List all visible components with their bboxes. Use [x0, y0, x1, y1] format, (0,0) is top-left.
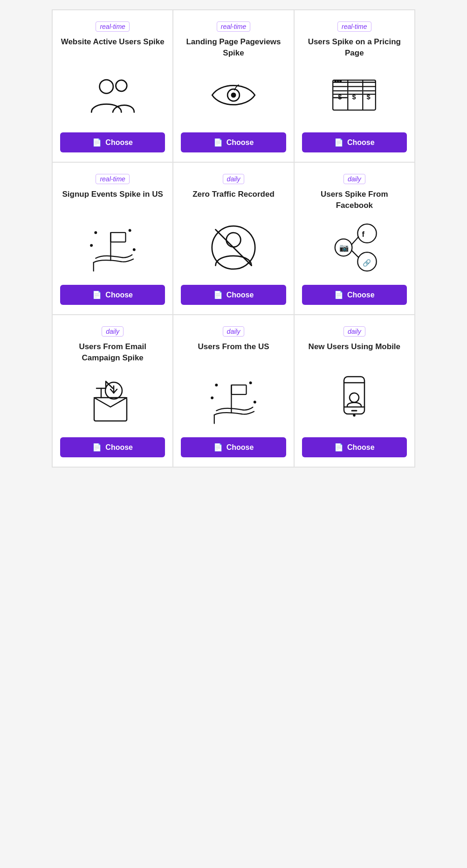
choose-button-users-from-email-campaign-spike[interactable]: 📄 Choose	[60, 437, 165, 457]
svg-point-0	[99, 80, 113, 93]
svg-text:🔗: 🔗	[363, 259, 372, 268]
icon-area-users-from-us	[203, 372, 264, 428]
badge-website-active-users-spike: real-time	[96, 21, 129, 32]
card-title-users-from-us: Users From the US	[198, 341, 269, 365]
choose-button-zero-traffic-recorded[interactable]: 📄 Choose	[181, 285, 286, 305]
choose-label-users-spike-facebook: Choose	[347, 291, 375, 299]
badge-users-from-us: daily	[223, 326, 245, 337]
card-website-active-users-spike: real-time Website Active Users Spike 📄 C…	[52, 10, 173, 162]
svg-point-48	[215, 384, 217, 386]
card-users-from-us: daily Users From the US 📄 Choose	[173, 315, 294, 467]
svg-rect-40	[94, 398, 127, 421]
svg-line-38	[352, 237, 359, 244]
svg-point-8	[337, 80, 339, 82]
card-users-from-email-campaign-spike: daily Users From Email Campaign Spike 📄 …	[52, 315, 173, 467]
choose-button-new-users-mobile[interactable]: 📄 Choose	[302, 437, 407, 457]
choose-label-users-from-email-campaign-spike: Choose	[105, 443, 133, 452]
card-title-signup-events-spike-us: Signup Events Spike in US	[62, 189, 163, 212]
svg-point-34	[358, 224, 377, 243]
doc-icon-zero-traffic-recorded: 📄	[213, 290, 223, 299]
choose-label-new-users-mobile: Choose	[347, 443, 375, 452]
choose-button-landing-page-pageviews-spike[interactable]: 📄 Choose	[181, 132, 286, 152]
card-users-spike-facebook: daily Users Spike From Facebook 📷 f 🔗 📄 …	[294, 162, 415, 315]
choose-label-zero-traffic-recorded: Choose	[227, 291, 254, 299]
card-landing-page-pageviews-spike: real-time Landing Page Pageviews Spike 📄…	[173, 10, 294, 162]
svg-text:📷: 📷	[339, 243, 349, 253]
doc-icon-website-active-users-spike: 📄	[92, 138, 102, 147]
svg-point-1	[116, 80, 127, 91]
card-signup-events-spike-us: real-time Signup Events Spike in US 📄 Ch…	[52, 162, 173, 315]
svg-point-27	[90, 245, 92, 247]
svg-rect-46	[231, 385, 246, 394]
svg-point-26	[129, 230, 130, 232]
choose-button-website-active-users-spike[interactable]: 📄 Choose	[60, 132, 165, 152]
card-users-spike-pricing-page: real-time Users Spike on a Pricing Page …	[294, 10, 415, 162]
svg-point-9	[340, 80, 342, 82]
svg-text:f: f	[362, 230, 365, 238]
choose-button-users-spike-facebook[interactable]: 📄 Choose	[302, 285, 407, 305]
choose-label-users-from-us: Choose	[227, 443, 254, 452]
svg-point-25	[95, 232, 96, 234]
choose-label-signup-events-spike-us: Choose	[105, 291, 133, 299]
icon-area-zero-traffic-recorded	[203, 220, 264, 276]
badge-zero-traffic-recorded: daily	[223, 174, 245, 184]
icon-area-signup-events-spike-us	[82, 220, 143, 276]
icon-area-new-users-mobile	[324, 372, 385, 428]
svg-point-7	[335, 80, 337, 82]
card-zero-traffic-recorded: daily Zero Traffic Recorded 📄 Choose	[173, 162, 294, 315]
svg-line-31	[215, 230, 251, 266]
doc-icon-users-from-email-campaign-spike: 📄	[92, 443, 102, 452]
card-title-users-spike-facebook: Users Spike From Facebook	[302, 189, 407, 212]
svg-point-57	[350, 393, 359, 402]
doc-icon-signup-events-spike-us: 📄	[92, 290, 102, 299]
card-new-users-mobile: daily New Users Using Mobile 📄 Choose	[294, 315, 415, 467]
card-title-new-users-mobile: New Users Using Mobile	[309, 341, 400, 365]
icon-area-users-from-email-campaign-spike	[82, 372, 143, 428]
card-grid: real-time Website Active Users Spike 📄 C…	[52, 9, 415, 468]
svg-point-51	[254, 401, 256, 403]
icon-area-landing-page-pageviews-spike	[203, 67, 264, 123]
badge-new-users-mobile: daily	[343, 326, 365, 337]
svg-point-28	[133, 249, 135, 251]
svg-point-50	[211, 397, 213, 399]
svg-point-3	[231, 93, 236, 98]
choose-label-landing-page-pageviews-spike: Choose	[227, 138, 254, 147]
choose-label-users-spike-pricing-page: Choose	[347, 138, 375, 147]
badge-users-spike-facebook: daily	[343, 174, 365, 184]
badge-users-from-email-campaign-spike: daily	[102, 326, 124, 337]
card-title-landing-page-pageviews-spike: Landing Page Pageviews Spike	[181, 36, 286, 60]
doc-icon-users-spike-pricing-page: 📄	[334, 138, 343, 147]
choose-button-signup-events-spike-us[interactable]: 📄 Choose	[60, 285, 165, 305]
badge-signup-events-spike-us: real-time	[96, 174, 129, 184]
icon-area-users-spike-pricing-page: $ $ $	[324, 67, 385, 123]
doc-icon-new-users-mobile: 📄	[334, 443, 343, 452]
badge-users-spike-pricing-page: real-time	[337, 21, 371, 32]
doc-icon-users-spike-facebook: 📄	[334, 290, 343, 299]
card-title-website-active-users-spike: Website Active Users Spike	[61, 36, 165, 60]
svg-point-56	[354, 415, 355, 416]
doc-icon-landing-page-pageviews-spike: 📄	[213, 138, 223, 147]
badge-landing-page-pageviews-spike: real-time	[217, 21, 250, 32]
svg-point-30	[227, 233, 241, 247]
card-title-users-spike-pricing-page: Users Spike on a Pricing Page	[302, 36, 407, 60]
choose-label-website-active-users-spike: Choose	[105, 138, 133, 147]
icon-area-users-spike-facebook: 📷 f 🔗	[324, 220, 385, 276]
svg-line-39	[352, 250, 359, 257]
doc-icon-users-from-us: 📄	[213, 443, 223, 452]
card-title-users-from-email-campaign-spike: Users From Email Campaign Spike	[60, 341, 165, 365]
svg-rect-23	[110, 233, 125, 242]
svg-point-49	[250, 382, 252, 384]
choose-button-users-from-us[interactable]: 📄 Choose	[181, 437, 286, 457]
choose-button-users-spike-pricing-page[interactable]: 📄 Choose	[302, 132, 407, 152]
card-title-zero-traffic-recorded: Zero Traffic Recorded	[192, 189, 275, 212]
icon-area-website-active-users-spike	[82, 67, 143, 123]
